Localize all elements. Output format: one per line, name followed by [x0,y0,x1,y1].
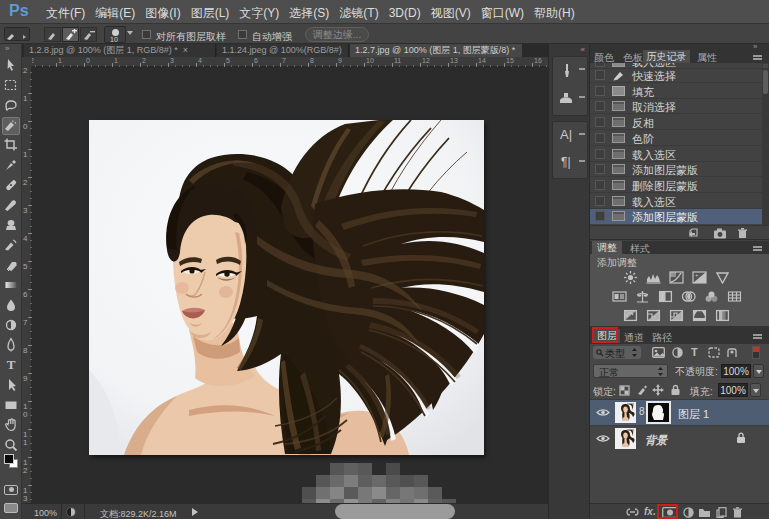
svg-text:+: + [695,272,699,278]
